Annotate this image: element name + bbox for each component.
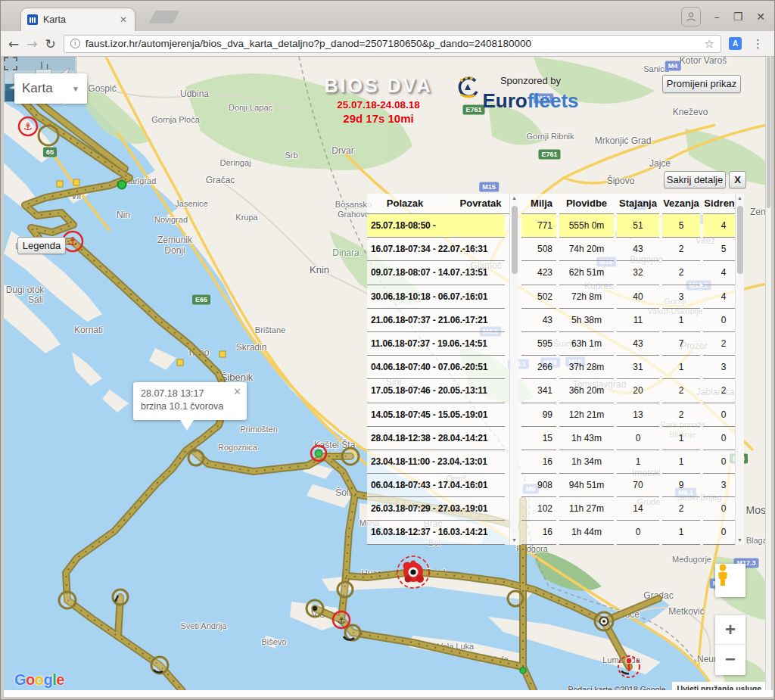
scroll-down-icon[interactable]: ▼ <box>736 536 744 545</box>
tab-favicon-icon <box>27 14 38 25</box>
map-type-dropdown[interactable]: Karta ▼ <box>14 73 87 104</box>
page-info-icon[interactable]: i <box>70 39 80 48</box>
voyage-row[interactable]: 771555h 0m5154 <box>518 214 744 238</box>
voyage-row[interactable]: 16.03.18-12:37 - 16.03.-14:21 <box>367 521 518 544</box>
voyage-stajanja: 40 <box>617 285 659 309</box>
profile-icon[interactable] <box>681 7 701 26</box>
voyage-stats-body: 771555h 0m515450874h 20m432542362h 51m32… <box>518 214 744 545</box>
scrollbar-thumb[interactable] <box>512 206 518 274</box>
voyage-row[interactable]: 28.04.18-12:38 - 28.04.-14:21 <box>367 427 518 450</box>
voyage-row[interactable]: 25.07.18-08:50 - <box>367 214 518 238</box>
voyage-row[interactable]: 04.06.18-07:40 - 07.06.-20:51 <box>367 356 518 379</box>
voyage-dates: 04.06.18-07:40 - 07.06.-20:51 <box>367 356 505 379</box>
minimize-button[interactable]: – <box>714 11 720 23</box>
voyage-row[interactable]: 26637h 28m3113 <box>518 356 744 379</box>
voyage-row[interactable]: 50272h 8m4034 <box>518 285 744 309</box>
change-view-button[interactable]: Promijeni prikaz <box>662 75 741 93</box>
voyage-row[interactable]: 10211h 27m1420 <box>518 497 744 521</box>
voyage-milja: 908 <box>521 474 556 497</box>
col-stajanja: Stajanja <box>617 194 659 214</box>
voyage-vezanja: 1 <box>662 521 700 544</box>
zoom-control: + − <box>715 615 745 675</box>
browser-menu-icon[interactable]: ⋮ <box>749 37 767 51</box>
zoom-out-button[interactable]: − <box>715 645 745 674</box>
voyage-dates: 30.06.18-10:18 - 06.07.-16:01 <box>367 285 505 309</box>
hide-details-button[interactable]: Sakrij detalje <box>664 171 726 188</box>
zoom-in-button[interactable]: + <box>715 615 745 645</box>
voyage-row[interactable]: 23.04.18-11:00 - 23.04.-13:01 <box>367 450 518 474</box>
voyage-dates: 25.07.18-08:50 - <box>367 214 505 238</box>
voyage-row[interactable]: 42362h 51m3224 <box>518 261 744 285</box>
scroll-up-icon[interactable]: ▲ <box>736 194 744 203</box>
voyage-dates: 26.03.18-07:29 - 27.03.-19:01 <box>367 497 505 521</box>
tab-close-icon[interactable]: ✕ <box>118 14 129 25</box>
reload-icon[interactable]: ↻ <box>45 36 56 51</box>
voyage-milja: 16 <box>521 521 556 544</box>
close-details-button[interactable]: X <box>729 171 746 188</box>
voyage-row[interactable]: 59563h 1m4372 <box>518 332 744 356</box>
voyage-row[interactable]: 16.07.18-07:34 - 22.07.-16:31 <box>367 238 518 261</box>
browser-window: Karta ✕ – ❒ ✕ ← → ↻ i faust.izor.hr/auto… <box>0 0 775 700</box>
voyage-stats-panel: Milja Plovidbe Stajanja Vezanja Sidrenja… <box>518 194 744 545</box>
voyage-row[interactable]: 151h 43m010 <box>518 427 744 450</box>
voyage-row[interactable]: 90894h 51m7093 <box>518 474 744 497</box>
voyage-row[interactable]: 11.06.18-07:37 - 19.06.-14:51 <box>367 332 518 356</box>
voyage-row[interactable]: 435h 38m1110 <box>518 309 744 332</box>
scrollbar-thumb[interactable] <box>737 206 743 274</box>
voyage-stajanja: 0 <box>617 521 659 544</box>
voyage-row[interactable]: 17.05.18-07:46 - 20.05.-13:11 <box>367 379 518 403</box>
translate-icon[interactable]: A <box>729 37 742 50</box>
browser-toolbar: ← → ↻ i faust.izor.hr/automjerenja/bios_… <box>1 31 774 57</box>
voyage-plovidbe: 1h 34m <box>559 450 614 474</box>
browser-tab[interactable]: Karta ✕ <box>20 8 135 31</box>
bookmark-star-icon[interactable]: ☆ <box>705 37 714 51</box>
terms-link[interactable]: Uvjeti pružanja usluge <box>672 682 767 690</box>
voyage-stajanja: 43 <box>617 332 659 356</box>
voyage-milja: 16 <box>521 450 556 474</box>
voyage-row[interactable]: 50874h 20m4325 <box>518 238 744 261</box>
voyage-dates-body: 25.07.18-08:50 - 16.07.18-07:34 - 22.07.… <box>367 214 518 545</box>
forward-icon[interactable]: → <box>26 36 37 51</box>
url-text[interactable]: faust.izor.hr/automjerenja/bios_dva_kart… <box>86 38 531 49</box>
voyage-plovidbe: 1h 44m <box>559 521 614 544</box>
voyage-row[interactable]: 30.06.18-10:18 - 06.07.-16:01 <box>367 285 518 309</box>
voyage-row[interactable]: 14.05.18-07:45 - 15.05.-19:01 <box>367 403 518 427</box>
scrollbar-thumb[interactable] <box>767 57 770 208</box>
voyage-dates: 23.04.18-11:00 - 23.04.-13:01 <box>367 450 505 474</box>
voyage-plovidbe: 74h 20m <box>559 238 614 261</box>
tooltip-close-icon[interactable]: ✕ <box>233 386 241 397</box>
map-type-label: Karta <box>22 81 72 96</box>
url-bar[interactable]: i faust.izor.hr/automjerenja/bios_dva_ka… <box>64 35 721 53</box>
voyage-row[interactable]: 06.04.18-07:43 - 17.04.-16:01 <box>367 474 518 497</box>
voyage-row[interactable]: 21.06.18-07:37 - 21.06.-17:21 <box>367 309 518 332</box>
voyage-vezanja: 2 <box>662 497 700 521</box>
voyage-stajanja: 31 <box>617 356 659 379</box>
back-icon[interactable]: ← <box>8 36 19 51</box>
maximize-button[interactable]: ❒ <box>733 11 743 23</box>
new-tab-button[interactable] <box>148 11 179 23</box>
close-button[interactable]: ✕ <box>756 11 765 23</box>
voyage-row[interactable]: 9912h 21m1320 <box>518 403 744 427</box>
map-attribution: Podaci karte ©2018 Google Uvjeti pružanj… <box>4 682 767 690</box>
pegman-control[interactable] <box>715 564 745 597</box>
voyage-dates: 16.07.18-07:34 - 22.07.-16:31 <box>367 238 505 261</box>
voyage-row[interactable]: 09.07.18-08:07 - 14.07.-13:51 <box>367 261 518 285</box>
voyage-stajanja: 13 <box>617 403 659 427</box>
scroll-up-icon[interactable]: ▲ <box>510 194 518 203</box>
vessel-name: BIOS DVA <box>303 75 454 97</box>
voyage-row[interactable]: 34136h 20m2022 <box>518 379 744 403</box>
scroll-down-icon[interactable]: ▼ <box>510 536 518 545</box>
voyage-plovidbe: 37h 28m <box>559 356 614 379</box>
voyage-row[interactable]: 161h 44m010 <box>518 521 744 544</box>
stats-scrollbar[interactable]: ▲ ▼ <box>735 194 744 545</box>
voyage-row[interactable]: 161h 34m110 <box>518 450 744 474</box>
eurofleets-logo-icon <box>455 75 481 99</box>
dates-scrollbar[interactable]: ▲ ▼ <box>509 194 518 545</box>
voyage-row[interactable]: 26.03.18-07:29 - 27.03.-19:01 <box>367 497 518 521</box>
map-canvas[interactable]: KarlobagGospićUdbinaGornja PločaDonji La… <box>4 57 767 690</box>
legend-button[interactable]: Legenda <box>17 237 66 254</box>
voyage-vezanja: 7 <box>662 332 700 356</box>
voyage-dates: 17.05.18-07:46 - 20.05.-13:11 <box>367 379 505 403</box>
page-scrollbar[interactable] <box>765 57 771 690</box>
fullscreen-icon[interactable] <box>4 57 17 70</box>
